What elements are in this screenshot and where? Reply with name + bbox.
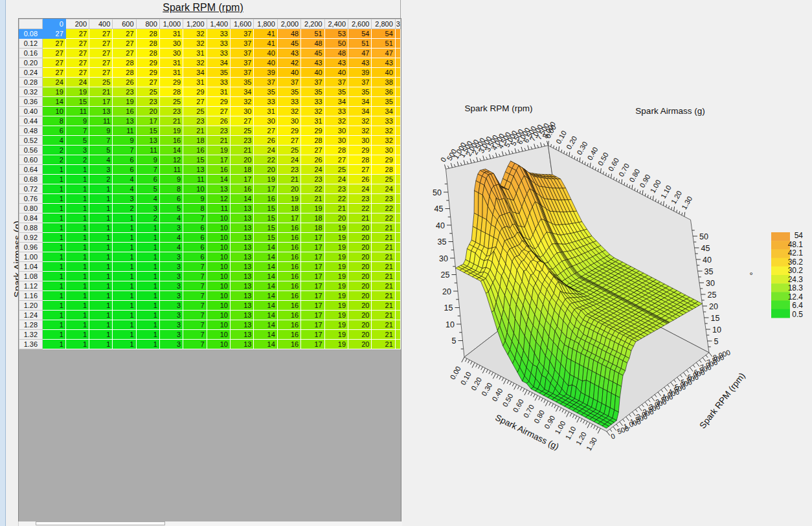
table-cell[interactable]: 1: [65, 223, 89, 233]
table-cell[interactable]: 18: [301, 214, 324, 223]
table-cell[interactable]: 41: [254, 29, 277, 39]
table-cell[interactable]: 19: [277, 194, 300, 204]
table-cell[interactable]: 16: [159, 136, 183, 146]
table-cell[interactable]: 3: [159, 330, 183, 340]
table-cell[interactable]: 43: [372, 58, 395, 68]
table-cell[interactable]: 7: [183, 340, 207, 349]
table-cell-partial[interactable]: [395, 39, 400, 49]
table-cell[interactable]: 24: [348, 184, 372, 194]
table-cell[interactable]: 29: [207, 97, 230, 107]
table-cell[interactable]: 1: [113, 281, 136, 291]
table-cell[interactable]: 1: [113, 252, 136, 262]
table-cell-partial[interactable]: [395, 262, 400, 272]
table-cell[interactable]: 14: [254, 340, 277, 349]
table-cell[interactable]: 10: [207, 262, 230, 272]
table-cell[interactable]: 37: [254, 78, 277, 87]
table-cell-partial[interactable]: [395, 214, 400, 223]
table-cell[interactable]: 13: [231, 291, 254, 301]
table-cell[interactable]: 22: [348, 204, 372, 214]
table-cell[interactable]: 30: [324, 126, 348, 136]
table-cell[interactable]: 19: [324, 320, 348, 330]
table-cell[interactable]: 1: [42, 223, 65, 233]
table-cell[interactable]: 7: [183, 320, 207, 330]
table-cell[interactable]: 7: [183, 291, 207, 301]
table-cell[interactable]: 3: [159, 223, 183, 233]
row-header-0.72[interactable]: 0.72: [19, 184, 43, 194]
table-cell[interactable]: 10: [207, 301, 230, 311]
table-cell[interactable]: 19: [301, 204, 324, 214]
table-cell[interactable]: 37: [231, 39, 254, 49]
table-cell[interactable]: 20: [348, 281, 372, 291]
table-cell[interactable]: 10: [42, 107, 65, 116]
table-cell[interactable]: 23: [277, 165, 300, 175]
table-cell[interactable]: 1: [113, 233, 136, 243]
table-cell[interactable]: 40: [324, 68, 348, 78]
table-cell[interactable]: 6: [113, 155, 136, 165]
table-cell[interactable]: 1: [113, 262, 136, 272]
table-cell[interactable]: 21: [324, 204, 348, 214]
table-cell[interactable]: 40: [254, 49, 277, 58]
table-cell[interactable]: 35: [301, 87, 324, 97]
table-cell[interactable]: 37: [231, 49, 254, 58]
table-cell[interactable]: 9: [183, 194, 207, 204]
table-cell[interactable]: 48: [324, 49, 348, 58]
table-cell[interactable]: 1: [89, 204, 113, 214]
table-cell[interactable]: 27: [277, 136, 300, 146]
row-header-1.24[interactable]: 1.24: [19, 311, 43, 320]
table-cell[interactable]: 16: [277, 243, 300, 252]
table-cell[interactable]: 7: [89, 136, 113, 146]
table-cell[interactable]: 17: [301, 243, 324, 252]
table-cell[interactable]: 34: [372, 107, 395, 116]
row-header-0.96[interactable]: 0.96: [19, 243, 43, 252]
row-header-1.04[interactable]: 1.04: [19, 262, 43, 272]
table-cell[interactable]: 41: [254, 39, 277, 49]
table-cell[interactable]: 21: [207, 136, 230, 146]
table-cell[interactable]: 37: [277, 78, 300, 87]
table-cell[interactable]: 32: [348, 126, 372, 136]
table-cell[interactable]: 11: [183, 175, 207, 184]
table-cell[interactable]: 27: [89, 58, 113, 68]
table-cell[interactable]: 42: [277, 58, 300, 68]
table-cell[interactable]: 2: [42, 155, 65, 165]
table-cell-partial[interactable]: [395, 78, 400, 87]
table-cell[interactable]: 20: [348, 262, 372, 272]
table-cell[interactable]: 1: [136, 301, 159, 311]
table-cell[interactable]: 1: [113, 301, 136, 311]
table-cell[interactable]: 1: [89, 272, 113, 281]
table-cell[interactable]: 21: [301, 194, 324, 204]
table-cell[interactable]: 13: [183, 165, 207, 175]
table-cell[interactable]: 1: [42, 281, 65, 291]
table-cell[interactable]: 33: [254, 97, 277, 107]
table-cell[interactable]: 20: [348, 223, 372, 233]
column-header-2600[interactable]: 2,600: [348, 19, 372, 29]
table-cell[interactable]: 1: [65, 301, 89, 311]
table-cell[interactable]: 36: [372, 87, 395, 97]
table-cell[interactable]: 24: [324, 175, 348, 184]
table-cell[interactable]: 1: [113, 214, 136, 223]
row-header-0.32[interactable]: 0.32: [19, 87, 43, 97]
table-cell[interactable]: 1: [89, 291, 113, 301]
table-cell[interactable]: 5: [89, 146, 113, 155]
table-cell[interactable]: 28: [159, 87, 183, 97]
table-cell[interactable]: 4: [42, 136, 65, 146]
table-cell[interactable]: 13: [231, 252, 254, 262]
table-cell[interactable]: 6: [183, 243, 207, 252]
table-cell[interactable]: 40: [372, 68, 395, 78]
column-header-200[interactable]: 200: [65, 19, 89, 29]
table-cell[interactable]: 29: [277, 126, 300, 136]
table-cell[interactable]: 1: [136, 291, 159, 301]
table-cell[interactable]: 30: [159, 39, 183, 49]
row-header-0.52[interactable]: 0.52: [19, 136, 43, 146]
table-cell[interactable]: 37: [348, 78, 372, 87]
table-cell[interactable]: 33: [324, 107, 348, 116]
table-cell[interactable]: 21: [159, 116, 183, 126]
table-cell[interactable]: 27: [42, 58, 65, 68]
row-header-0.84[interactable]: 0.84: [19, 214, 43, 223]
table-cell[interactable]: 45: [301, 49, 324, 58]
table-cell[interactable]: 10: [207, 320, 230, 330]
table-cell[interactable]: 27: [136, 78, 159, 87]
table-cell[interactable]: 29: [348, 146, 372, 155]
table-cell-partial[interactable]: [395, 204, 400, 214]
row-header-0.28[interactable]: 0.28: [19, 78, 43, 87]
table-cell[interactable]: 4: [159, 243, 183, 252]
